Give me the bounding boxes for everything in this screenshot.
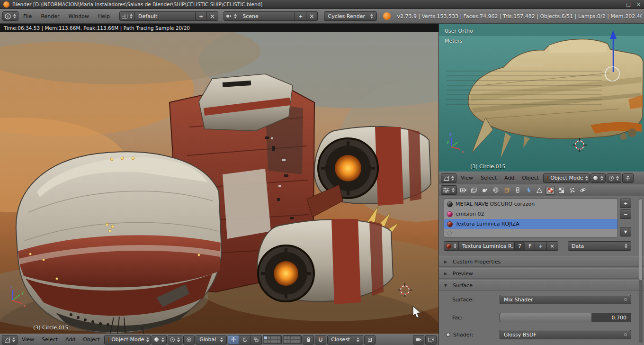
editor-type-button[interactable] bbox=[2, 11, 18, 21]
tab-physics[interactable] bbox=[578, 186, 588, 195]
add-material-slot-button[interactable]: + bbox=[620, 199, 631, 208]
minimize-button[interactable]: — bbox=[615, 2, 620, 7]
screen-layout-browse-button[interactable] bbox=[119, 11, 135, 21]
properties-scrollbar[interactable] bbox=[639, 198, 643, 343]
menu-select[interactable]: Select bbox=[38, 336, 61, 344]
ortho-viewport[interactable]: zyx User Ortho Meters (3) Circle.015 bbox=[439, 24, 644, 172]
editor-type-button[interactable] bbox=[441, 173, 456, 183]
menu-window[interactable]: Window bbox=[64, 12, 93, 21]
dropdown-arrows-icon bbox=[130, 14, 133, 18]
dropdown-arrows-icon bbox=[161, 337, 164, 342]
pivot-point-select[interactable] bbox=[168, 335, 182, 345]
viewport-shading-select[interactable] bbox=[590, 173, 606, 183]
panel-preview[interactable]: ▶ Preview bbox=[439, 268, 644, 279]
fake-user-button[interactable]: F bbox=[525, 241, 535, 251]
material-slot-row[interactable]: emision 02 bbox=[444, 209, 617, 219]
tab-modifiers[interactable] bbox=[524, 186, 533, 195]
maximize-button[interactable]: □ bbox=[626, 2, 630, 7]
scene-name-field[interactable]: Scene bbox=[239, 11, 295, 21]
material-slot-row-selected[interactable]: Textura Luminica ROJIZA bbox=[444, 219, 617, 229]
unlink-material-button[interactable]: × bbox=[547, 241, 558, 251]
properties-panel: METAL NAVE OSCURO corazon emision 02 Tex… bbox=[439, 196, 644, 345]
material-users-button[interactable]: 7 bbox=[515, 241, 525, 251]
menu-object[interactable]: Object bbox=[519, 174, 542, 182]
menu-add[interactable]: Add bbox=[62, 336, 79, 344]
fac-label: Fac: bbox=[452, 315, 463, 321]
snap-target-icon bbox=[367, 337, 372, 342]
scale-manipulator-button[interactable] bbox=[250, 335, 262, 345]
engine-glow-top bbox=[335, 155, 361, 182]
viewport-shading-select[interactable] bbox=[152, 335, 167, 345]
snap-element-select[interactable]: Closest bbox=[327, 335, 363, 345]
lock-to-scene-toggle[interactable] bbox=[303, 335, 314, 345]
material-link-select[interactable]: Data bbox=[568, 241, 631, 251]
new-material-button[interactable]: + bbox=[535, 241, 546, 251]
menu-view[interactable]: View bbox=[18, 336, 37, 344]
close-button[interactable]: × bbox=[637, 2, 641, 7]
menu-object[interactable]: Object bbox=[80, 336, 103, 344]
menu-help[interactable]: Help bbox=[94, 12, 114, 21]
render-engine-select[interactable]: Cycles Render bbox=[324, 11, 377, 21]
dropdown-arrows-icon bbox=[625, 244, 627, 248]
tab-scene[interactable] bbox=[480, 186, 490, 195]
scene-browse-button[interactable] bbox=[224, 11, 239, 21]
fac-slider[interactable]: 0.700 bbox=[500, 313, 631, 322]
translate-manipulator-button[interactable] bbox=[228, 335, 239, 345]
menu-view[interactable]: View bbox=[457, 174, 476, 182]
tab-object-data[interactable] bbox=[535, 186, 544, 195]
scrollbar-thumb[interactable] bbox=[639, 199, 642, 280]
render-viewport[interactable]: zyx (3) Circle.015 bbox=[0, 32, 438, 334]
tab-render[interactable] bbox=[458, 186, 468, 195]
shader-select[interactable]: Glossy BSDF bbox=[500, 330, 631, 339]
tab-particles[interactable] bbox=[567, 186, 577, 195]
tab-render-layers[interactable] bbox=[469, 186, 479, 195]
tab-world[interactable] bbox=[491, 186, 501, 195]
surface-shader-select[interactable]: Mix Shader bbox=[500, 295, 631, 304]
menu-add[interactable]: Add bbox=[501, 174, 518, 182]
scene-delete-button[interactable] bbox=[306, 11, 318, 21]
opengl-render-anim-button[interactable] bbox=[425, 335, 437, 345]
material-slot-row[interactable]: METAL NAVE OSCURO corazon bbox=[444, 199, 617, 209]
window-title: Blender [D:\INFORMACION\Maria Instalador… bbox=[12, 1, 262, 7]
pivot-point-select[interactable] bbox=[607, 173, 621, 183]
menu-render[interactable]: Render bbox=[36, 12, 63, 21]
tab-constraints[interactable] bbox=[513, 186, 522, 195]
layers-widget-right[interactable] bbox=[283, 335, 302, 344]
tab-object[interactable] bbox=[502, 186, 511, 195]
svg-text:z: z bbox=[449, 132, 452, 136]
transform-orientation-select[interactable]: Global bbox=[196, 335, 227, 345]
scene-add-button[interactable]: + bbox=[295, 11, 306, 21]
material-datablock-row: Textura Luminica R... 7 F + × Data bbox=[444, 241, 631, 251]
mode-select[interactable]: Object Mode bbox=[543, 173, 590, 183]
panel-surface[interactable]: ▼ Surface bbox=[439, 280, 644, 291]
scale-icon bbox=[254, 337, 259, 342]
snap-target-button[interactable] bbox=[364, 335, 376, 345]
mode-select[interactable]: Object Mode bbox=[104, 335, 151, 345]
right-region: zyx User Ortho Meters (3) Circle.015 Vie… bbox=[438, 24, 644, 345]
editor-type-button[interactable] bbox=[2, 335, 18, 345]
tab-material[interactable] bbox=[546, 186, 555, 195]
snap-toggle[interactable] bbox=[315, 335, 326, 345]
menu-select[interactable]: Select bbox=[477, 174, 500, 182]
material-specials-button[interactable]: ▼ bbox=[620, 227, 631, 236]
remove-material-slot-button[interactable]: − bbox=[620, 209, 631, 219]
fac-field-row: Fac: 0.700 bbox=[444, 313, 631, 322]
opengl-render-button[interactable] bbox=[413, 335, 424, 345]
browse-material-button[interactable] bbox=[444, 241, 459, 251]
menu-file[interactable]: File bbox=[19, 12, 36, 21]
screen-layout-name-field[interactable]: Default bbox=[135, 11, 196, 21]
screen-layout-delete-button[interactable] bbox=[207, 11, 218, 21]
pivot-align-toggle[interactable] bbox=[183, 335, 195, 345]
svg-text:x: x bbox=[461, 149, 464, 154]
constraints-icon bbox=[515, 187, 520, 193]
pivot-point-icon bbox=[609, 176, 614, 181]
editor-type-button[interactable] bbox=[441, 185, 457, 195]
panel-custom-properties[interactable]: ▶ Custom Properties bbox=[439, 256, 644, 267]
tab-texture[interactable] bbox=[556, 186, 566, 195]
rotate-manipulator-button[interactable] bbox=[239, 335, 250, 345]
screen-layout-add-button[interactable]: + bbox=[196, 11, 207, 21]
manipulator-toggle[interactable] bbox=[622, 173, 634, 183]
layers-widget-left[interactable] bbox=[263, 335, 282, 344]
material-name-field[interactable]: Textura Luminica R... bbox=[459, 241, 515, 251]
dropdown-arrows-icon bbox=[220, 337, 223, 342]
